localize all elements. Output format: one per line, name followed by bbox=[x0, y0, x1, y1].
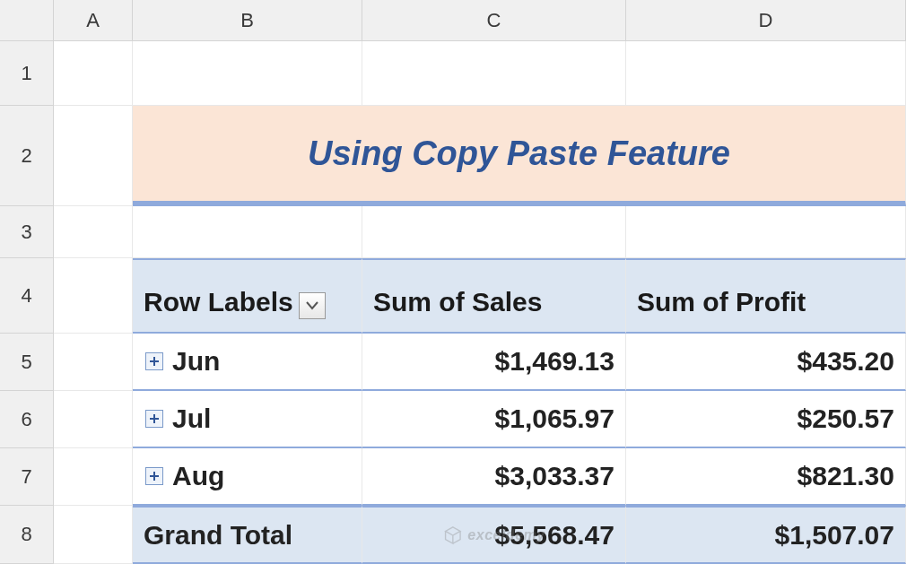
pivot-col-header-sales[interactable]: Sum of Sales bbox=[362, 258, 626, 334]
pivot-grand-total-profit[interactable]: $1,507.07 bbox=[626, 506, 906, 564]
row-header-1[interactable]: 1 bbox=[0, 41, 54, 106]
row-header-3[interactable]: 3 bbox=[0, 206, 54, 258]
pivot-grand-total-label[interactable]: Grand Total bbox=[133, 506, 362, 564]
row-header-7[interactable]: 7 bbox=[0, 448, 54, 506]
plus-icon bbox=[149, 356, 160, 367]
pivot-item-jul-profit[interactable]: $250.57 bbox=[626, 391, 906, 448]
row-labels-filter-dropdown[interactable] bbox=[299, 292, 326, 319]
expand-button-jun[interactable] bbox=[145, 352, 163, 370]
pivot-item-text: Aug bbox=[172, 461, 224, 491]
chevron-down-icon bbox=[306, 301, 318, 310]
cell-C3[interactable] bbox=[362, 206, 626, 258]
pivot-item-aug-sales[interactable]: $3,033.37 bbox=[362, 448, 626, 506]
row-header-8[interactable]: 8 bbox=[0, 506, 54, 564]
cell-D1[interactable] bbox=[626, 41, 906, 106]
select-all-corner[interactable] bbox=[0, 0, 54, 41]
plus-icon bbox=[149, 471, 160, 482]
cell-A3[interactable] bbox=[54, 206, 133, 258]
spreadsheet-grid: A B C D 1 2 Using Copy Paste Feature 3 4… bbox=[0, 0, 924, 564]
cell-A4[interactable] bbox=[54, 258, 133, 334]
cell-C1[interactable] bbox=[362, 41, 626, 106]
grand-total-sales-value: $5,568.47 bbox=[495, 520, 615, 551]
pivot-col-header-profit[interactable]: Sum of Profit bbox=[626, 258, 906, 334]
pivot-grand-total-sales[interactable]: $5,568.47 exceldemy bbox=[362, 506, 626, 564]
pivot-item-jul-sales[interactable]: $1,065.97 bbox=[362, 391, 626, 448]
col-header-B[interactable]: B bbox=[133, 0, 362, 41]
pivot-item-jun-label[interactable]: Jun bbox=[133, 334, 362, 391]
plus-icon bbox=[149, 413, 160, 424]
pivot-item-text: Jun bbox=[172, 346, 220, 377]
pivot-item-jun-sales[interactable]: $1,469.13 bbox=[362, 334, 626, 391]
pivot-item-aug-profit[interactable]: $821.30 bbox=[626, 448, 906, 506]
expand-button-jul[interactable] bbox=[145, 410, 163, 428]
col-header-C[interactable]: C bbox=[362, 0, 626, 41]
pivot-item-jul-label[interactable]: Jul bbox=[133, 391, 362, 448]
cell-A6[interactable] bbox=[54, 391, 133, 448]
pivot-item-aug-label[interactable]: Aug bbox=[133, 448, 362, 506]
pivot-row-labels-header[interactable]: Row Labels bbox=[133, 258, 362, 334]
cell-A8[interactable] bbox=[54, 506, 133, 564]
cell-A7[interactable] bbox=[54, 448, 133, 506]
pivot-item-jun-profit[interactable]: $435.20 bbox=[626, 334, 906, 391]
cell-D3[interactable] bbox=[626, 206, 906, 258]
cell-A1[interactable] bbox=[54, 41, 133, 106]
row-header-4[interactable]: 4 bbox=[0, 258, 54, 334]
cube-icon bbox=[442, 525, 462, 545]
page-title: Using Copy Paste Feature bbox=[133, 106, 906, 206]
row-header-5[interactable]: 5 bbox=[0, 334, 54, 391]
cell-A2[interactable] bbox=[54, 106, 133, 206]
expand-button-aug[interactable] bbox=[145, 467, 163, 485]
cell-B3[interactable] bbox=[133, 206, 362, 258]
cell-B1[interactable] bbox=[133, 41, 362, 106]
row-header-2[interactable]: 2 bbox=[0, 106, 54, 206]
row-header-6[interactable]: 6 bbox=[0, 391, 54, 448]
pivot-item-text: Jul bbox=[172, 403, 211, 434]
row-labels-text: Row Labels bbox=[144, 287, 293, 317]
col-header-D[interactable]: D bbox=[626, 0, 906, 41]
cell-A5[interactable] bbox=[54, 334, 133, 391]
col-header-A[interactable]: A bbox=[54, 0, 133, 41]
